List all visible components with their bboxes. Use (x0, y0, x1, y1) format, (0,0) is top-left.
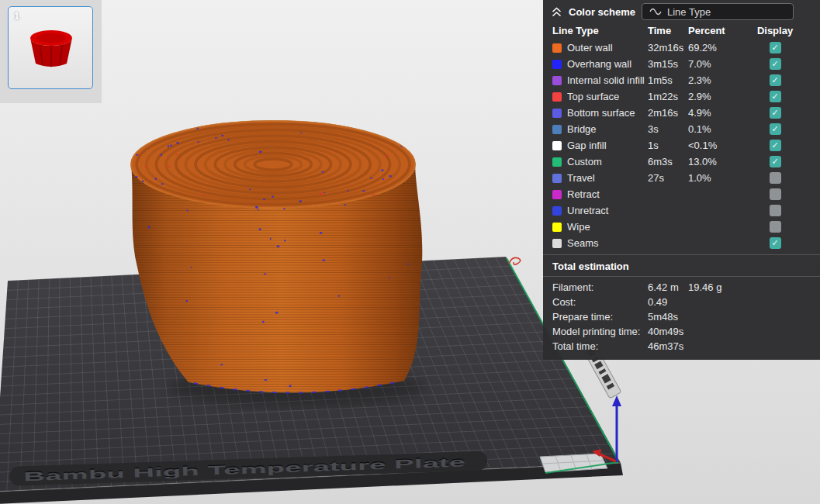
estimation-label: Prepare time: (552, 311, 648, 323)
estimation-value: 40m49s (648, 326, 688, 337)
estimation-row: Prepare time: 5m48s (543, 309, 820, 324)
collapse-panel-button[interactable] (551, 7, 562, 17)
line-type-color-swatch (552, 92, 562, 102)
line-type-color-swatch (552, 223, 562, 232)
estimation-value2: 19.46 g (688, 281, 811, 293)
line-type-label: Travel (567, 172, 648, 184)
line-type-row: Gap infill 1s <0.1% ✓ (543, 137, 820, 154)
line-type-time: 1m5s (648, 74, 688, 86)
display-checkbox[interactable] (770, 205, 781, 216)
line-type-percent: 13.0% (688, 156, 739, 167)
line-type-time: 1s (648, 140, 688, 151)
display-checkbox[interactable] (770, 188, 781, 200)
line-type-color-swatch (552, 190, 562, 199)
line-type-label: Unretract (567, 205, 648, 216)
line-type-time: 32m16s (648, 42, 688, 54)
line-type-time: 1m22s (648, 91, 688, 102)
line-type-row: Wipe (543, 219, 820, 235)
line-type-color-swatch (552, 174, 562, 183)
total-estimation-title: Total estimation (543, 258, 820, 273)
line-type-label: Bridge (567, 123, 648, 135)
estimation-value: 46m37s (648, 340, 688, 352)
display-checkbox[interactable]: ✓ (770, 91, 781, 102)
color-scheme-dropdown[interactable]: Line Type (642, 3, 794, 20)
line-type-time: 3s (648, 123, 688, 135)
header-display: Display (739, 25, 811, 36)
line-type-row: Internal solid infill 1m5s 2.3% ✓ (543, 72, 820, 88)
display-checkbox[interactable]: ✓ (770, 123, 781, 135)
seam-marker (509, 257, 521, 264)
line-type-percent: <0.1% (688, 140, 739, 151)
line-type-color-swatch (552, 125, 562, 134)
display-checkbox[interactable]: ✓ (770, 156, 781, 167)
header-percent: Percent (688, 25, 739, 36)
divider (543, 254, 820, 255)
display-checkbox[interactable]: ✓ (770, 237, 781, 249)
estimation-value: 6.42 m (648, 281, 688, 293)
line-type-label: Internal solid infill (567, 74, 648, 86)
display-checkbox[interactable] (770, 221, 781, 233)
estimation-label: Cost: (552, 296, 648, 308)
line-type-label: Seams (567, 237, 648, 249)
plate-number-badge: 1 (14, 10, 19, 22)
estimation-label: Filament: (552, 281, 648, 293)
line-type-color-swatch (552, 43, 562, 53)
line-type-label: Top surface (567, 91, 648, 102)
slicer-preview-window: Bambu High Temperature Plate Bambu High … (0, 0, 820, 504)
model-toolpaths[interactable] (131, 121, 424, 406)
line-type-percent: 0.1% (688, 123, 739, 135)
line-type-percent: 4.9% (688, 107, 739, 119)
display-checkbox[interactable]: ✓ (770, 74, 781, 86)
line-type-table-header: Line Type Time Percent Display (543, 23, 820, 40)
line-type-color-swatch (552, 141, 562, 150)
line-type-row: Custom 6m3s 13.0% ✓ (543, 154, 820, 170)
model-thumbnail-icon (9, 7, 92, 88)
line-type-time: 27s (648, 172, 688, 184)
line-type-label: Gap infill (567, 140, 648, 151)
display-checkbox[interactable]: ✓ (770, 42, 781, 54)
estimation-rows: Filament: 6.42 m 19.46 g Cost: 0.49 Prep… (543, 280, 820, 354)
estimation-value: 5m48s (648, 311, 688, 323)
display-checkbox[interactable]: ✓ (770, 140, 781, 151)
line-type-percent: 7.0% (688, 58, 739, 70)
chevrons-up-icon (551, 7, 562, 17)
line-type-label: Overhang wall (567, 58, 648, 70)
plate-thumbnail[interactable]: 1 (8, 6, 93, 89)
line-type-label: Custom (567, 156, 648, 167)
line-type-percent: 2.3% (688, 74, 739, 86)
line-type-time: 3m15s (648, 58, 688, 70)
line-type-label: Wipe (567, 221, 648, 233)
estimation-row: Filament: 6.42 m 19.46 g (543, 280, 820, 295)
header-time: Time (648, 25, 688, 36)
estimation-value: 0.49 (648, 296, 688, 308)
display-checkbox[interactable] (770, 172, 781, 184)
plate-thumbnail-panel: 1 (0, 0, 102, 103)
line-type-wave-icon (649, 8, 662, 16)
estimation-row: Total time: 46m37s (543, 339, 820, 354)
color-scheme-label: Color scheme (569, 6, 635, 18)
line-type-color-swatch (552, 60, 562, 69)
line-type-color-swatch (552, 76, 562, 85)
estimation-label: Model printing time: (552, 326, 648, 337)
line-type-label: Bottom surface (567, 107, 648, 119)
line-type-label: Retract (567, 188, 648, 200)
line-type-percent: 1.0% (688, 172, 739, 184)
header-line-type: Line Type (552, 25, 648, 36)
display-checkbox[interactable]: ✓ (770, 58, 781, 70)
line-type-label: Outer wall (567, 42, 648, 54)
dropdown-value: Line Type (667, 6, 711, 18)
line-type-rows: Outer wall 32m16s 69.2% ✓ Overhang wall … (543, 40, 820, 251)
line-type-time: 2m16s (648, 107, 688, 119)
line-type-row: Travel 27s 1.0% (543, 170, 820, 186)
line-type-color-swatch (552, 206, 562, 216)
preview-legend-panel: Color scheme Line Type Line Type Time Pe… (543, 0, 820, 360)
line-type-color-swatch (552, 239, 562, 248)
line-type-row: Overhang wall 3m15s 7.0% ✓ (543, 56, 820, 72)
line-type-row: Bridge 3s 0.1% ✓ (543, 121, 820, 137)
line-type-row: Bottom surface 2m16s 4.9% ✓ (543, 105, 820, 121)
line-type-row: Outer wall 32m16s 69.2% ✓ (543, 40, 820, 56)
line-type-color-swatch (552, 157, 562, 167)
display-checkbox[interactable]: ✓ (770, 107, 781, 119)
line-type-time: 6m3s (648, 156, 688, 167)
panel-header: Color scheme Line Type (543, 0, 820, 23)
